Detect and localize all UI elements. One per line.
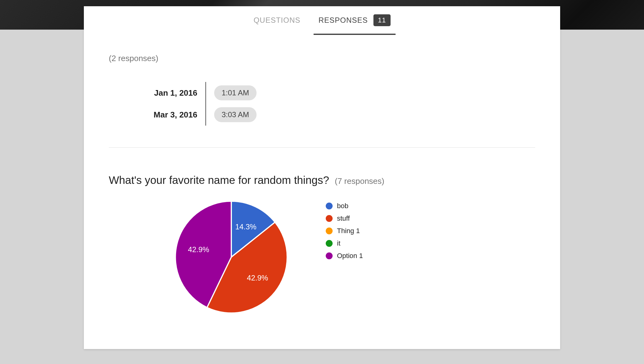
question-block: What's your favorite name for random thi… xyxy=(109,148,535,314)
legend-dot-icon xyxy=(326,203,333,209)
active-tab-underline xyxy=(314,34,396,35)
datetime-list: Jan 1, 2016 1:01 AM Mar 3, 2016 3:03 AM xyxy=(131,82,535,126)
pie-slice-label: 14.3% xyxy=(235,223,257,231)
legend-dot-icon xyxy=(326,252,333,259)
legend-label: stuff xyxy=(337,214,350,223)
tab-responses[interactable]: RESPONSES 11 xyxy=(319,6,391,36)
legend-item[interactable]: Option 1 xyxy=(326,252,363,260)
responses-count-badge: 11 xyxy=(373,14,390,26)
legend-label: bob xyxy=(337,202,348,210)
legend-item[interactable]: Thing 1 xyxy=(326,227,363,235)
content-area: (2 responses) Jan 1, 2016 1:01 AM Mar 3,… xyxy=(84,35,560,327)
question-title: What's your favorite name for random thi… xyxy=(109,174,329,186)
pie-svg xyxy=(174,200,288,314)
datetime-row: Mar 3, 2016 3:03 AM xyxy=(131,104,535,126)
legend-item[interactable]: bob xyxy=(326,202,363,210)
section-response-count: (2 responses) xyxy=(109,54,535,63)
datetime-date: Jan 1, 2016 xyxy=(131,88,205,98)
question-response-count: (7 responses) xyxy=(335,176,384,186)
pie-chart: 14.3%42.9%42.9% xyxy=(174,200,288,314)
tabbar: QUESTIONS RESPONSES 11 xyxy=(84,6,560,35)
tab-responses-label: RESPONSES xyxy=(319,16,368,25)
pie-slice-label: 42.9% xyxy=(188,245,209,254)
legend-dot-icon xyxy=(326,240,333,247)
tab-questions-label: QUESTIONS xyxy=(253,16,300,25)
legend-dot-icon xyxy=(326,215,333,222)
legend: bobstuffThing 1itOption 1 xyxy=(326,200,363,260)
question-title-row: What's your favorite name for random thi… xyxy=(109,174,535,186)
legend-label: it xyxy=(337,239,340,247)
legend-label: Thing 1 xyxy=(337,227,360,235)
pie-slice-label: 42.9% xyxy=(247,274,268,282)
datetime-time-wrap: 3:03 AM xyxy=(206,107,257,122)
datetime-time-wrap: 1:01 AM xyxy=(206,85,257,100)
chart-row: 14.3%42.9%42.9% bobstuffThing 1itOption … xyxy=(109,200,535,314)
datetime-date: Mar 3, 2016 xyxy=(131,110,205,120)
legend-dot-icon xyxy=(326,228,333,234)
legend-item[interactable]: it xyxy=(326,239,363,247)
legend-label: Option 1 xyxy=(337,252,363,260)
datetime-time-chip: 3:03 AM xyxy=(214,107,257,122)
datetime-time-chip: 1:01 AM xyxy=(214,85,257,100)
tab-questions[interactable]: QUESTIONS xyxy=(253,7,300,34)
datetime-row: Jan 1, 2016 1:01 AM xyxy=(131,82,535,104)
responses-card: QUESTIONS RESPONSES 11 (2 responses) Jan… xyxy=(84,6,560,349)
legend-item[interactable]: stuff xyxy=(326,214,363,223)
